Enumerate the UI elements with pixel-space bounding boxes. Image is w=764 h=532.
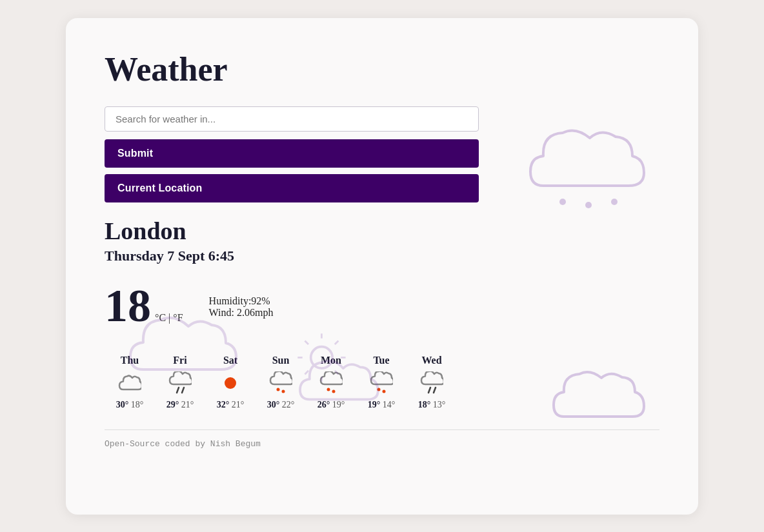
svg-point-18	[332, 389, 336, 393]
svg-point-1	[585, 202, 592, 208]
weather-main: 18 °C | °F Humidity:92% Wind: 2.06mph	[105, 282, 659, 329]
forecast-day: Sat 32° 21°	[205, 355, 256, 410]
svg-line-21	[428, 388, 430, 393]
forecast-high: 29°	[166, 400, 179, 409]
svg-line-10	[335, 340, 339, 344]
forecast-day: Wed 18° 13°	[407, 355, 457, 410]
forecast-high: 30°	[267, 400, 280, 409]
weather-details: Humidity:92% Wind: 2.06mph	[209, 282, 274, 319]
forecast-temps: 30° 18°	[116, 400, 144, 410]
forecast-high: 26°	[317, 400, 330, 409]
forecast-temps: 18° 13°	[418, 400, 446, 410]
wind-value: 2.06mph	[237, 307, 273, 318]
forecast-temps: 30° 22°	[267, 400, 295, 410]
temp-units: °C | °F	[155, 312, 183, 324]
forecast-bar: Thu 30° 18° Fri 29° 21° Sat 32°	[105, 355, 659, 410]
svg-point-19	[377, 388, 381, 391]
forecast-low: 13°	[433, 400, 446, 409]
forecast-day: Sun 30° 22°	[256, 355, 306, 410]
forecast-day: Tue 19° 14°	[356, 355, 407, 410]
svg-line-22	[434, 388, 436, 393]
forecast-day-name: Tue	[373, 355, 389, 366]
svg-point-15	[277, 388, 280, 391]
forecast-low: 22°	[282, 400, 295, 409]
forecast-low: 21°	[181, 400, 194, 409]
humidity-label: Humidity:	[209, 295, 252, 306]
forecast-low: 19°	[332, 400, 345, 409]
forecast-day-name: Sat	[223, 355, 237, 366]
forecast-icon-cloud	[118, 371, 141, 395]
search-input[interactable]	[105, 106, 479, 132]
date-time: Thursday 7 Sept 6:45	[105, 248, 659, 264]
svg-point-0	[559, 199, 566, 205]
svg-point-2	[611, 199, 618, 205]
svg-line-8	[305, 340, 308, 344]
city-name: London	[105, 217, 659, 245]
forecast-high: 19°	[368, 400, 381, 409]
temperature: 18	[105, 282, 151, 329]
forecast-icon-rain-dot	[370, 371, 393, 395]
svg-point-17	[327, 388, 330, 391]
footer-text: Open-Source coded by Nish Begum	[105, 429, 659, 449]
forecast-temps: 29° 21°	[166, 400, 194, 410]
forecast-low: 18°	[131, 400, 144, 409]
forecast-icon-rain-dot	[319, 371, 343, 395]
forecast-low: 21°	[232, 400, 245, 409]
svg-line-12	[177, 388, 179, 393]
wind-label: Wind:	[209, 307, 234, 318]
forecast-low: 14°	[383, 400, 396, 409]
forecast-high: 32°	[217, 400, 230, 409]
forecast-icon-sun	[219, 371, 242, 395]
svg-point-14	[225, 377, 236, 389]
forecast-icon-rain-dot	[269, 371, 292, 395]
humidity-detail: Humidity:92%	[209, 295, 274, 307]
current-location-button[interactable]: Current Location	[105, 174, 479, 202]
forecast-temps: 32° 21°	[217, 400, 245, 410]
svg-line-13	[182, 388, 184, 393]
bg-cloud-rain-icon-top	[518, 115, 647, 218]
forecast-day-name: Mon	[321, 355, 341, 366]
wind-detail: Wind: 2.06mph	[209, 307, 274, 319]
humidity-value: 92%	[251, 295, 270, 306]
forecast-temps: 26° 19°	[317, 400, 345, 410]
page-title: Weather	[105, 50, 659, 88]
forecast-day-name: Thu	[121, 355, 139, 366]
forecast-day-name: Wed	[421, 355, 441, 366]
forecast-icon-rain-line	[168, 371, 192, 395]
forecast-day: Thu 30° 18°	[105, 355, 155, 410]
forecast-day-name: Fri	[173, 355, 186, 366]
forecast-high: 30°	[116, 400, 129, 409]
svg-point-20	[383, 389, 386, 393]
forecast-day: Fri 29° 21°	[155, 355, 205, 410]
temperature-block: 18 °C | °F	[105, 282, 183, 329]
forecast-icon-rain-line	[420, 371, 443, 395]
forecast-day-name: Sun	[272, 355, 290, 366]
weather-card: Weather Submit Current Location London T…	[66, 18, 698, 515]
forecast-temps: 19° 14°	[368, 400, 396, 410]
forecast-day: Mon 26° 19°	[306, 355, 356, 410]
forecast-high: 18°	[418, 400, 431, 409]
svg-point-16	[282, 389, 285, 393]
submit-button[interactable]: Submit	[105, 139, 479, 168]
